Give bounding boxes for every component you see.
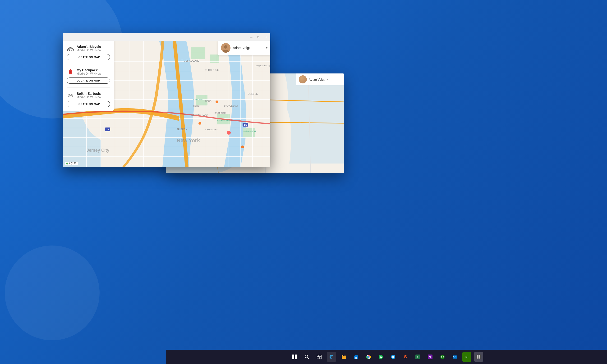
locate-backpack-button[interactable]: LOCATE ON MAP [67,78,110,84]
svg-text:N: N [465,355,468,359]
taskbar-windows-button[interactable] [290,352,299,362]
taskbar-excel-button[interactable]: X [413,352,422,362]
taskbar-search-button[interactable] [302,352,312,362]
svg-text:TURTLE BAY: TURTLE BAY [205,69,220,72]
svg-text:QUEENS: QUEENS [248,93,258,95]
bicycle-name: Adam's Bicycle [77,45,101,49]
minimize-button[interactable]: — [248,34,254,39]
earbuds-name: Belkin Earbuds [77,92,101,95]
svg-rect-80 [317,355,319,357]
taskbar: S X N N [166,350,607,364]
backpack-name: My Backpack [77,68,101,72]
aqi-label: AQI 26 [69,162,76,165]
maximize-button[interactable]: □ [255,34,261,39]
svg-text:Tompkins Square: Tompkins Square [216,119,231,121]
svg-point-90 [368,356,369,358]
svg-text:X: X [416,355,418,359]
taskbar-file-explorer-button[interactable] [339,352,349,362]
taskbar-chrome-button[interactable] [364,352,373,362]
svg-text:278: 278 [243,124,247,126]
svg-text:EAST SIDE: EAST SIDE [215,112,226,114]
svg-text:CHINATOWN: CHINATOWN [205,129,218,131]
backpack-icon [67,68,74,76]
svg-rect-69 [69,71,72,73]
bicycle-location: Middle Dr. W • Now [77,49,101,52]
item-belkin-earbuds: Belkin Earbuds Middle Dr. W • Now LOCATE… [67,91,110,107]
svg-text:N: N [429,355,431,359]
earbuds-icon [67,91,74,99]
svg-rect-83 [320,357,321,359]
svg-point-59 [227,131,231,135]
close-button[interactable]: ✕ [262,34,268,39]
earbuds-location: Middle Dr. W • Now [77,95,101,99]
svg-rect-103 [479,355,480,357]
taskbar-onenote-button[interactable]: N [425,352,435,362]
backpack-info: My Backpack Middle Dr. W • Now [77,68,101,75]
taskbar-twitter-button[interactable] [388,352,398,362]
taskbar-app-s-button[interactable]: S [401,352,410,362]
svg-point-60 [215,101,218,103]
aqi-badge: AQI 26 [65,162,78,165]
taskbar-app-last-button[interactable] [474,352,483,362]
earbuds-info: Belkin Earbuds Middle Dr. W • Now [77,92,101,99]
bicycle-icon [67,45,74,52]
svg-rect-81 [319,355,321,357]
taskbar-edge-button[interactable] [327,352,336,362]
svg-point-61 [198,122,201,125]
svg-text:Jersey City: Jersey City [87,148,109,153]
taskbar-app-n2-button[interactable]: N [462,352,471,362]
svg-point-62 [241,145,244,148]
svg-rect-82 [317,357,319,359]
taskbar-xbox-button[interactable] [438,352,447,362]
svg-rect-76 [292,357,294,359]
svg-text:Long Island City: Long Island City [255,65,270,67]
svg-rect-74 [292,354,294,357]
svg-rect-98 [453,355,457,359]
user-profile-bar[interactable]: Adam Voigt ▾ [218,41,270,55]
svg-text:New York: New York [177,137,200,143]
item-header-earbuds: Belkin Earbuds Middle Dr. W • Now [67,91,110,99]
aqi-status-dot [66,163,68,165]
bg-user-bar: Adam Voigt ▾ [296,74,344,85]
svg-text:Bryant Park: Bryant Park [193,98,203,101]
locate-bicycle-button[interactable]: LOCATE ON MAP [67,54,110,60]
backpack-location: Middle Dr. W • Now [77,72,101,75]
window-titlebar: — □ ✕ [63,33,270,41]
svg-text:McCarren Park: McCarren Park [243,130,257,132]
svg-point-78 [305,355,308,358]
bg-user-avatar [299,75,307,83]
svg-rect-77 [295,357,297,359]
svg-rect-87 [356,357,357,359]
svg-text:WEST VILLAGE: WEST VILLAGE [191,114,208,117]
locate-earbuds-button[interactable]: LOCATE ON MAP [67,101,110,107]
bg-decoration-circle-2 [5,246,100,340]
bicycle-info: Adam's Bicycle Middle Dr. W • Now [77,45,101,52]
svg-rect-102 [477,355,478,357]
user-name-label: Adam Voigt [233,46,264,50]
item-header-bicycle: Adam's Bicycle Middle Dr. W • Now [67,45,110,52]
svg-rect-8 [191,47,205,59]
taskbar-spotify-button[interactable] [376,352,385,362]
item-my-backpack: My Backpack Middle Dr. W • Now LOCATE ON… [67,68,110,88]
items-panel: Adam's Bicycle Middle Dr. W • Now LOCATE… [63,41,114,111]
item-header-backpack: My Backpack Middle Dr. W • Now [67,68,110,76]
user-dropdown-chevron-icon: ▾ [266,46,267,50]
svg-line-79 [307,358,309,359]
svg-text:TIMES SQUARE: TIMES SQUARE [181,60,199,62]
svg-point-97 [440,355,445,359]
bg-user-name: Adam Voigt [309,78,325,81]
svg-point-73 [71,95,72,96]
user-avatar-image [221,43,230,52]
taskbar-task-view-button[interactable] [314,352,324,362]
bg-chevron-icon: ▾ [327,78,328,81]
taskbar-mail-button[interactable] [450,352,460,362]
svg-text:NOHO: NOHO [205,100,211,102]
svg-text:STUYVESANT: STUYVESANT [224,105,238,107]
svg-rect-85 [342,355,343,356]
svg-text:SOHO: SOHO [193,105,200,107]
svg-point-64 [224,45,227,49]
user-avatar [221,43,230,52]
taskbar-store-button[interactable] [351,352,361,362]
svg-point-67 [69,47,70,48]
item-adams-bicycle: Adam's Bicycle Middle Dr. W • Now LOCATE… [67,45,110,64]
